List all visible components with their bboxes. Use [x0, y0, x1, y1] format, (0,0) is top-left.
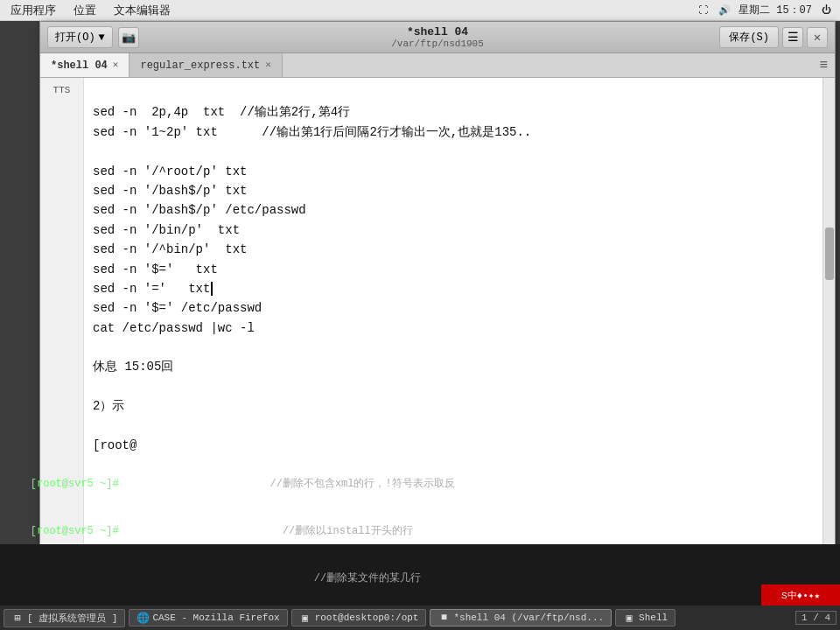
taskbar-item-firefox[interactable]: 🌐 CASE - Mozilla Firefox [129, 609, 287, 626]
line-10: sed -n '=' txt [93, 282, 213, 296]
close-button[interactable]: ✕ [807, 27, 828, 48]
window-title: *shell 04 /var/ftp/nsd1905 [391, 25, 484, 50]
tab-shell04-label: *shell 04 [51, 60, 108, 72]
tab-regular-express[interactable]: regular_express.txt ✕ [130, 53, 282, 77]
taskbar-item-terminal[interactable]: ▣ root@desktop0:/opt [291, 609, 427, 626]
terminal-cmd-1: sed '/xml/!d' a.txt [119, 478, 245, 490]
taskbar-icon-shell04: ■ [438, 612, 450, 624]
line-5: sed -n '/bash$/p' txt [93, 184, 247, 198]
datetime-label: 星期二 15：07 [738, 3, 812, 18]
terminal-area: [root@svr5 ~]# sed '/xml/!d' a.txt //删除不… [0, 544, 840, 606]
save-button[interactable]: 保存(S) [719, 26, 779, 48]
terminal-comment-2: //删除以install开头的行 [270, 525, 412, 537]
network-icon: ⛶ [696, 4, 710, 18]
tab-more-button[interactable]: ≡ [812, 53, 835, 77]
title-bar-left: 打开(O) ▼ 📷 [47, 26, 139, 48]
title-bar: 打开(O) ▼ 📷 *shell 04 /var/ftp/nsd1905 保存(… [40, 22, 835, 53]
terminal-comment-3: //删除某文件的某几行 [31, 572, 421, 584]
taskbar-right: 1 / 4 [795, 611, 836, 625]
line-11: sed -n '$=' /etc/passwd [93, 301, 262, 315]
text-cursor [211, 282, 213, 296]
tab-shell04-close[interactable]: ✕ [113, 60, 119, 70]
line-7: sed -n '/bin/p' txt [93, 223, 240, 237]
menu-text-editor[interactable]: 文本编辑器 [110, 1, 174, 20]
line-2: sed -n '1~2p' txt //输出第1行后间隔2行才输出一次,也就是1… [93, 125, 531, 139]
tab-shell04[interactable]: *shell 04 ✕ [40, 53, 130, 77]
terminal-prompt-1: [root@svr5 ~]# [31, 478, 119, 490]
terminal-line-3: //删除某文件的某几行 [5, 555, 835, 602]
terminal-line-1: [root@svr5 ~]# sed '/xml/!d' a.txt //删除不… [5, 460, 835, 508]
menu-applications[interactable]: 应用程序 [7, 1, 60, 20]
taskbar: ⊞ [ 虚拟系统管理员 ] 🌐 CASE - Mozilla Firefox ▣… [0, 606, 840, 630]
sogou-bar: S中♦•✦★ [761, 584, 840, 606]
title-bar-right: 保存(S) ☰ ✕ [719, 26, 828, 48]
volume-icon: 🔊 [718, 4, 732, 18]
taskbar-label-virtual: [ 虚拟系统管理员 ] [27, 612, 117, 625]
page-number: 1 / 4 [795, 611, 836, 625]
taskbar-label-shell04: *shell 04 (/var/ftp/nsd... [453, 612, 604, 623]
terminal-cmd-2: sed '/^install/d' a.txt [119, 525, 270, 537]
taskbar-label-terminal: root@desktop0:/opt [315, 612, 419, 623]
power-icon: ⏻ [819, 4, 833, 18]
taskbar-icon-shell: ▣ [623, 612, 635, 624]
terminal-prompt-2: [root@svr5 ~]# [31, 525, 119, 537]
tts-label: TTS [42, 85, 81, 95]
top-right-info: ⛶ 🔊 星期二 15：07 ⏻ [696, 3, 833, 18]
line-18: [root@ [93, 438, 136, 452]
taskbar-item-shell[interactable]: ▣ Shell [615, 609, 676, 626]
taskbar-item-shell04[interactable]: ■ *shell 04 (/var/ftp/nsd... [430, 609, 612, 626]
taskbar-icon-firefox: 🌐 [136, 612, 149, 624]
line-16: 2）示 [93, 399, 124, 413]
tabs-row: *shell 04 ✕ regular_express.txt ✕ ≡ [40, 53, 835, 78]
camera-button[interactable]: 📷 [118, 27, 139, 48]
line-8: sed -n '/^bin/p' txt [93, 242, 247, 256]
scroll-thumb[interactable] [825, 228, 834, 280]
terminal-line-2: [root@svr5 ~]# sed '/^install/d' a.txt /… [5, 508, 835, 555]
taskbar-label-firefox: CASE - Mozilla Firefox [152, 612, 279, 623]
taskbar-label-shell: Shell [639, 612, 668, 623]
line-9: sed -n '$=' txt [93, 262, 218, 276]
open-button[interactable]: 打开(O) ▼ [47, 26, 113, 48]
menu-icon-button[interactable]: ☰ [782, 27, 803, 48]
tab-regular-express-label: regular_express.txt [140, 60, 260, 72]
terminal-comment-1: //删除不包含xml的行，!符号表示取反 [245, 478, 455, 490]
taskbar-item-virtual[interactable]: ⊞ [ 虚拟系统管理员 ] [4, 609, 125, 627]
line-4: sed -n '/^root/p' txt [93, 164, 247, 178]
line-6: sed -n '/bash$/p' /etc/passwd [93, 203, 306, 217]
taskbar-icon-virtual: ⊞ [11, 612, 24, 624]
line-1: sed -n 2p,4p txt //输出第2行,第4行 [93, 105, 350, 119]
tab-regular-express-close[interactable]: ✕ [265, 60, 271, 70]
menu-places[interactable]: 位置 [70, 1, 100, 20]
line-12: cat /etc/passwd |wc -l [93, 321, 255, 335]
taskbar-icon-terminal: ▣ [299, 612, 312, 624]
open-dropdown-icon[interactable]: ▼ [99, 32, 105, 44]
top-menubar: 应用程序 位置 文本编辑器 ⛶ 🔊 星期二 15：07 ⏻ [0, 0, 840, 21]
sogou-label: S中♦•✦★ [781, 589, 820, 602]
line-14: 休息 15:05回 [93, 360, 173, 374]
